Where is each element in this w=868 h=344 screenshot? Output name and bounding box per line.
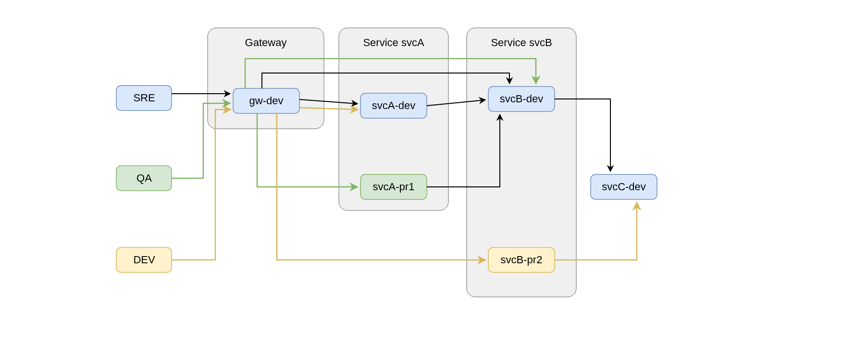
group-svcB-title: Service svcB xyxy=(491,37,552,49)
diagram-canvas: Gateway Service svcA Service svcB SRE QA… xyxy=(0,0,868,344)
group-gateway-title: Gateway xyxy=(245,37,287,49)
edge-dev-gwdev xyxy=(172,110,231,260)
actor-sre-label: SRE xyxy=(133,92,155,104)
node-svcA-pr1-label: svcA-pr1 xyxy=(373,181,415,193)
actor-qa-label: QA xyxy=(136,172,152,184)
node-gw-dev-label: gw-dev xyxy=(249,95,284,107)
group-svcA-title: Service svcA xyxy=(363,37,424,49)
node-svcB-dev-label: svcB-dev xyxy=(500,93,543,105)
node-svcB-pr2-label: svcB-pr2 xyxy=(501,254,543,266)
node-svcC-dev-label: svcC-dev xyxy=(602,181,646,193)
actor-dev-label: DEV xyxy=(133,254,155,266)
node-svcA-dev-label: svcA-dev xyxy=(372,99,415,111)
